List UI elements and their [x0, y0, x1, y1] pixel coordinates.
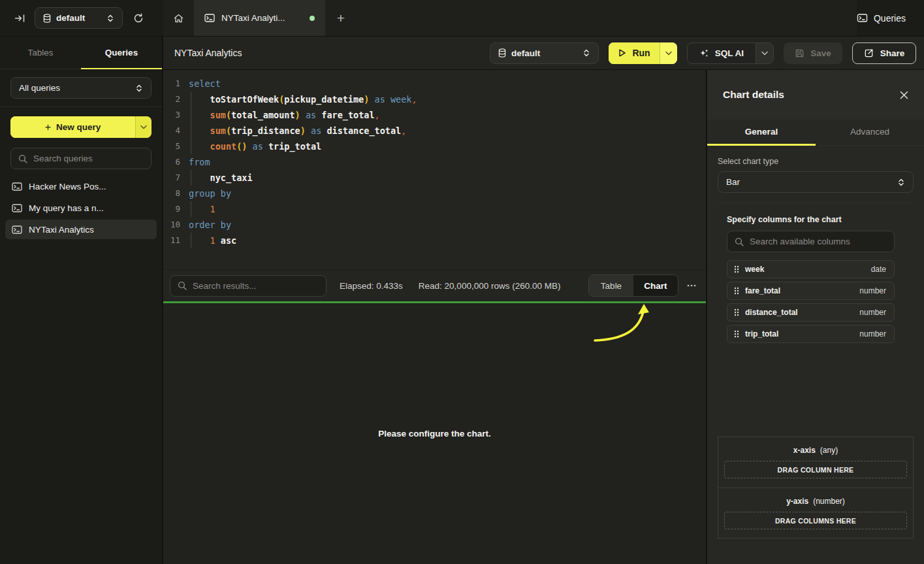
search-icon — [178, 281, 187, 290]
terminal-icon — [12, 182, 22, 191]
editor-line: 5 count() as trip_total — [163, 139, 706, 154]
search-results-input[interactable]: Search results... — [170, 275, 327, 297]
search-queries-placeholder: Search queries — [33, 154, 93, 163]
column-name: distance_total — [745, 308, 853, 317]
chart-canvas: Please configure the chart. — [163, 303, 706, 564]
tab-nytaxi-analytics[interactable]: NYTaxi Analyti... — [194, 0, 325, 36]
column-type: number — [859, 286, 886, 295]
axis-config: x-axis(any) DRAG COLUMN HERE y-axis(numb… — [718, 437, 914, 539]
results-toolbar: Search results... Elapsed: 0.433s Read: … — [163, 269, 706, 301]
chart-type-select[interactable]: Bar — [718, 171, 914, 193]
sidebar: Tables Queries All queries +New query — [0, 37, 163, 564]
new-query-label: New query — [56, 122, 101, 132]
queries-button[interactable]: Queries — [857, 13, 906, 24]
topbar-left: default — [0, 0, 163, 36]
new-query-button[interactable]: +New query — [10, 116, 151, 138]
database-selector-value: default — [56, 13, 85, 23]
column-type: number — [859, 308, 886, 317]
run-label: Run — [632, 48, 650, 58]
close-icon[interactable] — [900, 91, 908, 99]
editor-line: 9 1 — [163, 201, 706, 217]
column-item[interactable]: distance_totalnumber — [727, 303, 895, 322]
chart-type-value: Bar — [726, 177, 740, 187]
terminal-icon — [204, 13, 215, 23]
query-filter-select[interactable]: All queries — [10, 77, 151, 99]
panel-title: Chart details — [723, 89, 784, 101]
tab-general[interactable]: General — [707, 120, 816, 146]
sidebar-tab-queries[interactable]: Queries — [81, 37, 162, 69]
chart-view-tab[interactable]: Chart — [633, 275, 678, 296]
panel-content: Select chart type Bar Specify columns fo… — [707, 146, 924, 564]
tab-advanced[interactable]: Advanced — [816, 120, 924, 146]
editor-line: 8group by — [163, 186, 706, 201]
terminal-icon — [12, 203, 22, 213]
query-filter-value: All queries — [19, 83, 60, 93]
collapse-sidebar-icon[interactable] — [14, 13, 25, 24]
query-list-item[interactable]: NYTaxi Analytics — [5, 220, 157, 239]
panel-tabs: General Advanced — [707, 120, 924, 146]
run-database-selector[interactable]: default — [490, 42, 599, 64]
editor-line: 11 1 asc — [163, 233, 706, 248]
x-axis-section: x-axis(any) DRAG COLUMN HERE — [718, 437, 913, 488]
query-list-item[interactable]: Hacker News Pos... — [5, 176, 157, 196]
play-icon — [618, 48, 626, 58]
panel-spacer — [718, 346, 914, 437]
unsaved-changes-dot — [310, 16, 315, 21]
run-button[interactable]: Run — [609, 42, 677, 64]
search-queries-input[interactable]: Search queries — [10, 148, 151, 169]
line-number: 1 — [163, 76, 180, 91]
sql-ai-dropdown[interactable] — [756, 43, 773, 63]
sql-ai-label: SQL AI — [715, 48, 744, 58]
rows-read-stat: Read: 20,000,000 rows (260.00 MB) — [419, 281, 561, 291]
query-list-item-label: Hacker News Pos... — [29, 182, 106, 191]
terminal-icon — [857, 13, 868, 23]
sql-ai-button[interactable]: SQL AI — [687, 42, 774, 64]
line-number: 4 — [163, 123, 180, 139]
refresh-icon[interactable] — [133, 13, 144, 24]
query-list-item[interactable]: My query has a n... — [5, 198, 157, 218]
column-item[interactable]: trip_totalnumber — [727, 325, 895, 343]
chart-empty-message: Please configure the chart. — [163, 429, 706, 439]
queries-button-label: Queries — [874, 13, 906, 24]
line-number: 11 — [163, 233, 180, 248]
run-dropdown[interactable] — [660, 42, 677, 64]
topbar-right: Queries — [857, 0, 924, 36]
table-view-tab[interactable]: Table — [589, 275, 633, 296]
new-query-dropdown[interactable] — [135, 116, 151, 138]
y-axis-label: y-axis(number) — [786, 497, 845, 506]
chevron-updown-icon — [106, 14, 114, 23]
chevron-updown-icon — [135, 84, 143, 93]
line-number: 5 — [163, 139, 180, 154]
database-icon — [43, 14, 51, 23]
line-number: 7 — [163, 170, 180, 186]
search-columns-input[interactable]: Search available columns — [727, 231, 895, 252]
drag-handle-icon — [734, 287, 739, 295]
chevron-updown-icon — [897, 178, 905, 187]
sparkle-icon — [699, 48, 709, 58]
line-number: 2 — [163, 91, 180, 107]
topbar: default NYTaxi Analyti... + — [0, 0, 924, 37]
column-name: week — [745, 265, 865, 274]
editor-line: 1select — [163, 76, 706, 91]
column-item[interactable]: fare_totalnumber — [727, 282, 895, 300]
home-button[interactable] — [163, 0, 194, 36]
save-label: Save — [810, 48, 831, 58]
search-icon — [735, 237, 744, 246]
y-axis-dropzone[interactable]: DRAG COLUMNS HERE — [724, 512, 907, 529]
x-axis-dropzone[interactable]: DRAG COLUMN HERE — [724, 461, 907, 478]
chevron-updown-icon — [582, 48, 590, 58]
save-button[interactable]: Save — [784, 42, 842, 64]
database-selector[interactable]: default — [35, 7, 123, 29]
sidebar-tab-tables[interactable]: Tables — [0, 37, 81, 69]
column-type: date — [871, 265, 886, 274]
share-button[interactable]: Share — [852, 42, 916, 64]
panel-header: Chart details — [707, 70, 924, 120]
more-options-icon[interactable] — [686, 281, 697, 290]
column-item[interactable]: weekdate — [727, 260, 895, 278]
editor-line: 4 sum(trip_distance) as distance_total, — [163, 123, 706, 139]
new-tab-button[interactable]: + — [325, 0, 357, 36]
sql-editor[interactable]: 1select2 toStartOfWeek(pickup_datetime) … — [163, 70, 706, 269]
drag-handle-icon — [734, 330, 739, 338]
terminal-icon — [12, 225, 22, 235]
editor-line: 6from — [163, 154, 706, 170]
